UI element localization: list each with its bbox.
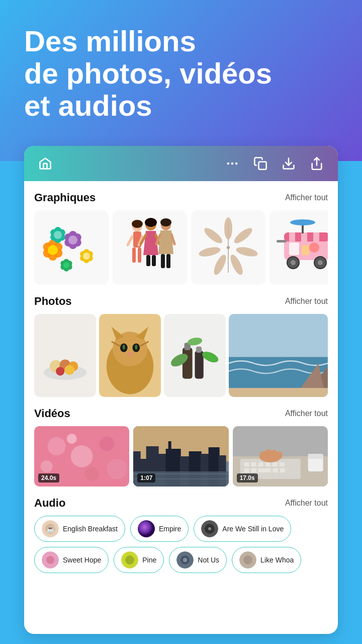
audio-pills: ☕ English Breakfast [34, 516, 328, 573]
svg-rect-114 [229, 314, 328, 360]
svg-rect-147 [251, 462, 256, 466]
videos-row: 24.0s [34, 426, 328, 487]
audio-section: Audio Afficher tout ☕ English Breakfast [34, 497, 328, 573]
svg-point-121 [71, 445, 93, 467]
more-button[interactable] [223, 154, 241, 173]
audio-pill-are-we-still[interactable]: Are We Still in Love [194, 516, 291, 542]
audio-view-all[interactable]: Afficher tout [285, 499, 328, 508]
toolbar-right [223, 154, 326, 173]
svg-point-171 [208, 527, 211, 530]
video-duration-1: 24.0s [38, 473, 59, 482]
audio-pill-like-whoa[interactable]: Like Whoa [232, 547, 301, 573]
svg-point-173 [46, 556, 54, 564]
svg-point-102 [127, 352, 133, 356]
content-area: Graphiques Afficher tout [24, 181, 338, 634]
photos-view-all[interactable]: Afficher tout [285, 297, 328, 306]
audio-label-not-us: Not Us [198, 556, 219, 564]
svg-rect-150 [272, 462, 277, 466]
svg-rect-85 [277, 240, 287, 243]
videos-section: Vidéos Afficher tout 24. [34, 407, 328, 487]
audio-icon-are-we-still [201, 520, 218, 537]
svg-point-12 [48, 245, 58, 255]
hero-title: Des millions de photos, vidéos et audios [24, 25, 338, 121]
photos-title: Photos [34, 295, 72, 308]
svg-point-33 [63, 262, 69, 268]
svg-point-70 [227, 246, 230, 249]
audio-label-pine: Pine [142, 556, 156, 564]
svg-point-92 [64, 365, 74, 375]
svg-point-80 [309, 243, 319, 253]
photo-item-2[interactable] [99, 314, 161, 397]
svg-line-45 [128, 236, 132, 245]
svg-rect-78 [289, 243, 299, 255]
svg-point-67 [212, 253, 228, 277]
audio-pill-english-breakfast[interactable]: ☕ English Breakfast [34, 516, 125, 542]
audio-label-like-whoa: Like Whoa [260, 556, 294, 564]
audio-icon-english-breakfast: ☕ [42, 520, 59, 537]
svg-point-56 [160, 218, 171, 226]
svg-rect-61 [166, 254, 170, 268]
svg-rect-158 [260, 451, 264, 460]
svg-point-69 [202, 225, 224, 246]
svg-rect-146 [244, 462, 249, 466]
videos-view-all[interactable]: Afficher tout [285, 409, 328, 418]
svg-point-123 [41, 460, 53, 472]
graphics-title: Graphiques [34, 191, 96, 204]
audio-icon-sweet-hope [42, 551, 59, 569]
graphics-section: Graphiques Afficher tout [34, 191, 328, 285]
audio-pill-not-us[interactable]: Not Us [169, 547, 227, 573]
svg-rect-109 [196, 347, 202, 353]
share-button[interactable] [308, 154, 326, 173]
svg-point-91 [56, 367, 64, 375]
copy-button[interactable] [251, 154, 269, 173]
svg-point-0 [227, 163, 230, 165]
audio-pill-pine[interactable]: Pine [114, 547, 164, 573]
video-item-3[interactable]: 17.0s [233, 426, 328, 487]
home-button[interactable] [36, 154, 54, 173]
svg-rect-54 [152, 255, 156, 266]
audio-pill-sweet-hope[interactable]: Sweet Hope [34, 547, 109, 573]
hero-section: Des millions de photos, vidéos et audios [0, 0, 362, 121]
graphic-item-women[interactable] [113, 210, 187, 285]
photos-section: Photos Afficher tout [34, 295, 328, 397]
graphic-item-flowers[interactable] [34, 210, 109, 285]
svg-rect-73 [289, 232, 295, 242]
graphics-view-all[interactable]: Afficher tout [285, 193, 328, 202]
svg-rect-159 [266, 449, 270, 459]
download-button[interactable] [280, 154, 298, 173]
svg-rect-43 [132, 248, 136, 263]
photos-grid [34, 314, 328, 397]
graphic-item-cart[interactable] [269, 210, 328, 285]
video-duration-3: 17.0s [237, 473, 258, 482]
video-item-2[interactable]: 1:07 [133, 426, 228, 487]
svg-point-47 [132, 220, 143, 228]
toolbar [24, 146, 338, 181]
svg-rect-44 [138, 248, 141, 263]
audio-icon-not-us [176, 551, 194, 569]
graphic-item-leaf[interactable] [191, 210, 265, 285]
svg-rect-79 [302, 245, 309, 255]
photo-item-1[interactable] [34, 314, 96, 397]
audio-pill-empire[interactable]: Empire [130, 516, 189, 542]
audio-label-english-breakfast: English Breakfast [63, 525, 118, 533]
svg-rect-3 [259, 162, 266, 170]
svg-rect-134 [168, 441, 171, 451]
photo-item-3[interactable] [164, 314, 226, 397]
video-item-1[interactable]: 24.0s [34, 426, 129, 487]
svg-rect-53 [146, 255, 150, 266]
svg-rect-148 [258, 462, 263, 466]
audio-title: Audio [34, 497, 65, 510]
photo-item-4[interactable] [229, 314, 328, 397]
svg-rect-151 [279, 462, 284, 466]
main-card: Graphiques Afficher tout [24, 146, 338, 634]
svg-point-120 [48, 437, 66, 455]
audio-icon-pine [121, 551, 138, 569]
audio-icon-like-whoa [239, 551, 256, 569]
svg-rect-160 [272, 450, 276, 459]
svg-point-68 [198, 246, 221, 258]
svg-point-77 [290, 219, 315, 225]
svg-rect-86 [34, 314, 96, 397]
svg-rect-153 [251, 468, 256, 472]
svg-point-178 [183, 558, 187, 562]
svg-point-1 [231, 163, 234, 165]
